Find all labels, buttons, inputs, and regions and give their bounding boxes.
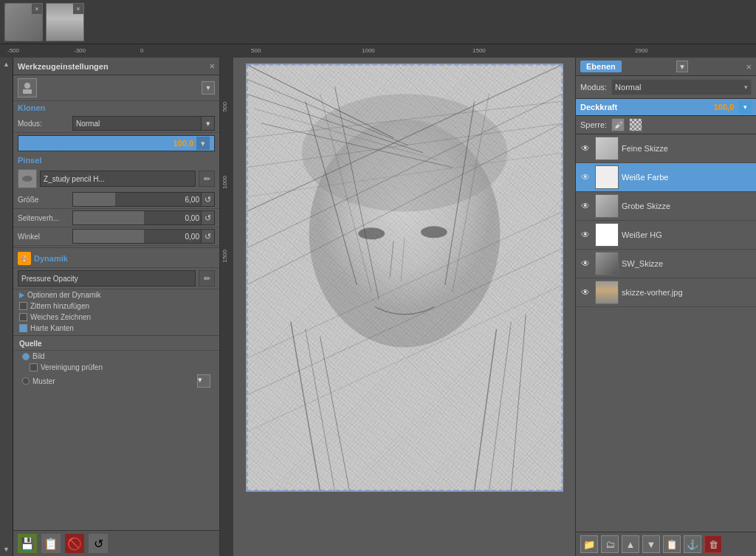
side-arrow-top[interactable]: ▲ — [3, 61, 10, 68]
divider1 — [13, 247, 219, 248]
svg-line-35 — [474, 329, 496, 491]
save-preset-btn[interactable]: 💾 — [18, 534, 37, 553]
side-arrow-bottom[interactable]: ▼ — [3, 546, 10, 553]
layer-eye-weisse-farbe[interactable]: 👁 — [579, 171, 592, 184]
modus-dropdown[interactable]: Normal ▾ — [72, 116, 215, 131]
layer-item-weisse-farbe[interactable]: 👁 Weiße Farbe — [576, 163, 756, 192]
svg-point-2 — [22, 176, 32, 182]
svg-line-19 — [247, 94, 423, 153]
layer-delete-btn[interactable]: 🗑 — [704, 535, 722, 553]
layer-name-sw-skizze: SW_Skizze — [622, 259, 753, 268]
brush-preview[interactable] — [18, 169, 37, 188]
tool-options-close[interactable]: × — [209, 61, 215, 72]
modus-label: Modus: — [18, 120, 69, 128]
new-layer-btn[interactable]: 🗂 — [601, 535, 619, 553]
zittern-checkbox[interactable] — [19, 302, 27, 310]
svg-point-29 — [420, 226, 447, 238]
optionen-triangle — [19, 292, 24, 298]
seitenverh-dropdown[interactable]: ↺ — [201, 211, 214, 224]
layers-modus-row: Modus: Normal ▾ — [576, 76, 756, 99]
left-side-panel: ▲ ▼ — [0, 58, 13, 556]
tool-options-scroll-btn[interactable]: ▼ — [202, 81, 215, 95]
layers-scroll-btn[interactable]: ▼ — [676, 61, 688, 72]
layer-item-sw-skizze[interactable]: 👁 SW_Skizze — [576, 250, 756, 278]
svg-line-14 — [334, 86, 379, 300]
thumbnail-2[interactable]: × — [46, 3, 84, 41]
sketch-canvas[interactable] — [246, 64, 563, 492]
harte-checkbox[interactable] — [19, 324, 27, 332]
bild-radio[interactable] — [22, 353, 30, 360]
layer-item-skizze-vorher[interactable]: 👁 skizze-vorher.jpg — [576, 278, 756, 307]
deckkraft-bar[interactable]: Deckkraft 100,0 ▾ — [18, 135, 215, 151]
layers-close-btn[interactable]: × — [746, 61, 752, 72]
delete-preset-btn[interactable]: 🚫 — [65, 534, 84, 553]
winkel-row: Winkel 0,00 ↺ — [13, 227, 219, 246]
deckkraft-dropdown[interactable]: ▾ — [196, 137, 210, 150]
brush-name[interactable]: Z_study pencil H... — [40, 171, 196, 187]
muster-dropdown-btn[interactable]: ▾ — [197, 374, 210, 388]
layer-eye-feine-skizze[interactable]: 👁 — [579, 142, 592, 155]
vereinigung-checkbox[interactable] — [30, 363, 38, 371]
svg-line-34 — [320, 337, 349, 491]
ruler-v-500: 500 — [221, 102, 228, 111]
thumbnail-1[interactable]: × — [4, 3, 43, 41]
bild-label: Bild — [32, 352, 45, 360]
layers-deckkraft-label: Deckkraft — [580, 103, 709, 111]
layers-panel-header: Ebenen ▼ × — [576, 58, 756, 76]
pressure-edit-btn[interactable]: ✏ — [199, 270, 215, 286]
layer-eye-grobe-skizze[interactable]: 👁 — [579, 199, 592, 213]
pressure-row: Pressure Opacity ✏ — [13, 268, 219, 289]
svg-point-10 — [309, 120, 500, 348]
pressure-box[interactable]: Pressure Opacity — [18, 270, 196, 286]
thumbnail-2-close[interactable]: × — [73, 4, 83, 14]
new-preset-btn[interactable]: 📋 — [41, 534, 61, 553]
zittern-label: Zittern hinzufügen — [30, 302, 89, 310]
layer-up-btn[interactable]: ▲ — [622, 535, 639, 553]
layer-item-grobe-skizze[interactable]: 👁 Grobe Skizze — [576, 192, 756, 221]
horizontal-ruler: -500 -300 0 500 1000 1500 2900 — [0, 44, 756, 58]
svg-line-16 — [452, 94, 489, 292]
modus-dropdown-arrow[interactable]: ▾ — [201, 117, 214, 130]
layers-deckkraft-dropdown[interactable]: ▾ — [738, 100, 752, 114]
optionen-row[interactable]: Optionen der Dynamik — [13, 289, 219, 301]
layer-name-weisser-hg: Weißer HG — [622, 230, 753, 239]
deckkraft-value: 100,0 — [173, 139, 193, 148]
layer-item-weisser-hg[interactable]: 👁 Weißer HG — [576, 221, 756, 250]
brush-edit-btn[interactable]: ✏ — [199, 171, 215, 187]
svg-point-0 — [24, 83, 30, 89]
clone-tool-icon[interactable] — [18, 78, 37, 97]
layer-eye-skizze-vorher[interactable]: 👁 — [579, 286, 592, 299]
groesse-dropdown[interactable]: ↺ — [201, 193, 214, 206]
svg-line-36 — [489, 322, 511, 491]
ruler-tick: 2900 — [635, 47, 648, 54]
layer-anchor-btn[interactable]: ⚓ — [684, 535, 701, 553]
reset-btn[interactable]: ↺ — [89, 534, 108, 553]
layer-copy-btn[interactable]: 📋 — [663, 535, 681, 553]
sperre-checker-icon[interactable] — [629, 118, 642, 131]
seitenverh-slider[interactable]: 0,00 ↺ — [72, 210, 215, 225]
groesse-label: Größe — [18, 196, 69, 204]
winkel-slider[interactable]: 0,00 ↺ — [72, 229, 215, 244]
groesse-slider[interactable]: 6,00 ↺ — [72, 192, 215, 207]
svg-line-38 — [247, 211, 563, 358]
main-content: ▲ ▼ Werkzeugeinstellungen × ▼ Klonen Mod… — [0, 58, 756, 556]
thumbnail-1-close[interactable]: × — [32, 4, 42, 14]
layers-deckkraft-row[interactable]: Deckkraft 100,0 ▾ — [576, 99, 756, 116]
layers-modus-label: Modus: — [580, 83, 607, 92]
new-layer-group-btn[interactable]: 📁 — [580, 535, 598, 553]
muster-radio[interactable] — [22, 377, 30, 385]
svg-line-15 — [444, 101, 474, 285]
layers-modus-value: Normal — [615, 83, 641, 92]
weiches-checkbox[interactable] — [19, 313, 27, 321]
winkel-dropdown[interactable]: ↺ — [201, 230, 214, 243]
layer-thumb-grobe-skizze — [595, 194, 619, 218]
layer-eye-sw-skizze[interactable]: 👁 — [579, 257, 592, 270]
svg-line-31 — [401, 237, 405, 281]
layers-modus-dropdown[interactable]: Normal ▾ — [611, 79, 752, 95]
svg-rect-6 — [247, 64, 563, 490]
sperre-paint-icon[interactable]: 🖌 — [611, 118, 625, 131]
svg-rect-1 — [23, 89, 32, 94]
layer-eye-weisser-hg[interactable]: 👁 — [579, 228, 592, 241]
layer-item-feine-skizze[interactable]: 👁 Feine Skizze — [576, 134, 756, 163]
layer-down-btn[interactable]: ▼ — [642, 535, 660, 553]
